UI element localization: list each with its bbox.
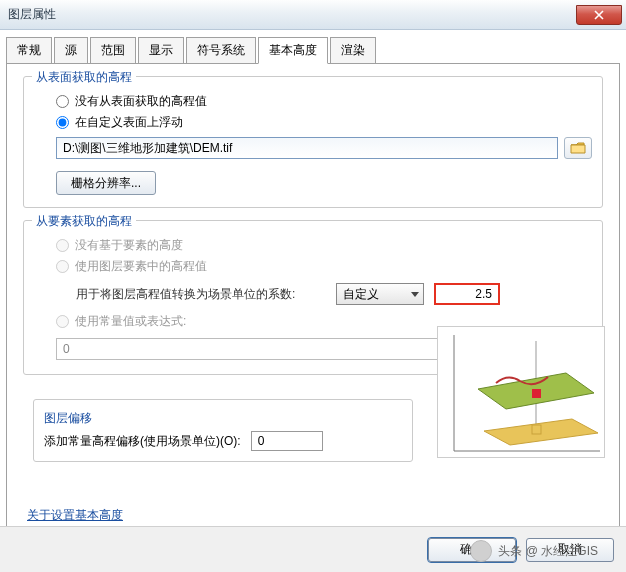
tab-display[interactable]: 显示 — [138, 37, 184, 64]
tab-symbology[interactable]: 符号系统 — [186, 37, 256, 64]
tab-extent[interactable]: 范围 — [90, 37, 136, 64]
tab-rendering[interactable]: 渲染 — [330, 37, 376, 64]
group-surface-elev: 从表面获取的高程 没有从表面获取的高程值 在自定义表面上浮动 栅格分辨率... — [23, 76, 603, 208]
folder-icon — [570, 141, 586, 155]
offset-title: 图层偏移 — [44, 410, 402, 427]
help-link[interactable]: 关于设置基本高度 — [27, 507, 123, 524]
radio-constant-expr — [56, 315, 69, 328]
opt-no-feature: 没有基于要素的高度 — [56, 237, 592, 254]
preview-diagram — [437, 326, 605, 458]
avatar — [470, 540, 492, 562]
watermark: 头条 @ 水经注GIS — [470, 540, 598, 562]
radio-float-surface[interactable] — [56, 116, 69, 129]
close-button[interactable] — [576, 5, 622, 25]
opt-float-surface[interactable]: 在自定义表面上浮动 — [56, 114, 592, 131]
svg-rect-9 — [532, 389, 541, 398]
raster-resolution-button[interactable]: 栅格分辨率... — [56, 171, 156, 195]
tab-source[interactable]: 源 — [54, 37, 88, 64]
factor-label: 用于将图层高程值转换为场景单位的系数: — [76, 286, 336, 303]
offset-label: 添加常量高程偏移(使用场景单位)(O): — [44, 433, 241, 450]
surface-path-input[interactable] — [56, 137, 558, 159]
radio-no-feature — [56, 239, 69, 252]
svg-rect-11 — [532, 425, 541, 434]
radio-no-surface[interactable] — [56, 95, 69, 108]
tab-base-heights[interactable]: 基本高度 — [258, 37, 328, 64]
browse-button[interactable] — [564, 137, 592, 159]
opt-use-layer-elev: 使用图层要素中的高程值 — [56, 258, 592, 275]
close-icon — [594, 10, 604, 20]
units-dropdown[interactable]: 自定义 — [336, 283, 424, 305]
radio-use-layer-elev — [56, 260, 69, 273]
title-bar: 图层属性 — [0, 0, 626, 30]
opt-no-surface[interactable]: 没有从表面获取的高程值 — [56, 93, 592, 110]
tabs: 常规 源 范围 显示 符号系统 基本高度 渲染 — [6, 36, 626, 63]
tab-panel: 从表面获取的高程 没有从表面获取的高程值 在自定义表面上浮动 栅格分辨率... … — [6, 63, 620, 545]
group-label: 从要素获取的高程 — [32, 213, 136, 230]
group-label: 从表面获取的高程 — [32, 69, 136, 86]
offset-input[interactable] — [251, 431, 323, 451]
chevron-down-icon — [411, 292, 419, 297]
conversion-factor-input[interactable] — [434, 283, 500, 305]
tab-general[interactable]: 常规 — [6, 37, 52, 64]
window-title: 图层属性 — [8, 6, 56, 23]
group-offset: 图层偏移 添加常量高程偏移(使用场景单位)(O): — [33, 399, 413, 462]
